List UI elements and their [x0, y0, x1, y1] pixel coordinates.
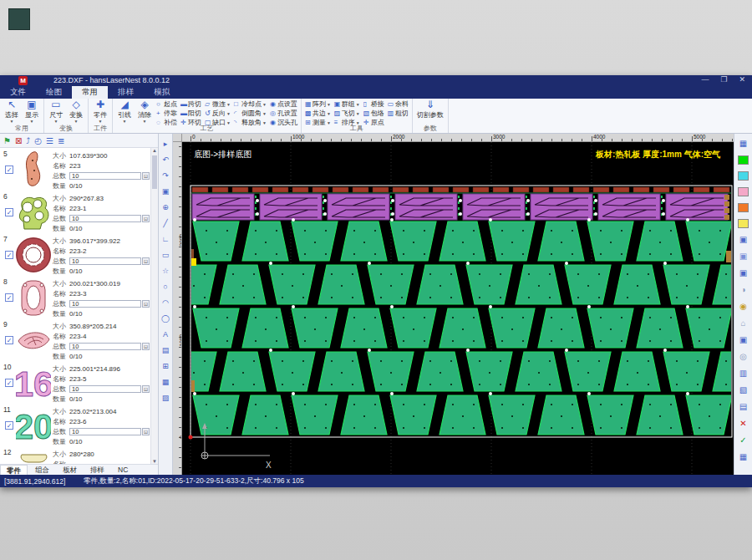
panel-icon[interactable]: ▥	[739, 365, 747, 382]
part-total-button[interactable]: ⊡	[142, 215, 150, 222]
copy-icon[interactable]: ▤	[739, 399, 747, 415]
part-total-button[interactable]: ⊡	[142, 343, 150, 350]
part-checkbox[interactable]: ✓	[5, 165, 13, 174]
part-checkbox[interactable]: ✓	[5, 208, 13, 216]
grid-icon[interactable]: ▦	[739, 449, 747, 466]
ribbon-button-倒圆角[interactable]: ◜ 倒圆角▼	[232, 109, 268, 118]
part-total-button[interactable]: ⊡	[142, 172, 150, 180]
delete-icon[interactable]: ⊠	[15, 136, 22, 145]
close-button[interactable]: ✕	[739, 75, 745, 84]
part-total-button[interactable]: ⊡	[142, 300, 150, 308]
clock-icon[interactable]: ◴	[34, 136, 42, 145]
ribbon-button-余料[interactable]: ▭ 余料	[386, 99, 410, 109]
part-item-6[interactable]: 6✓ 大小290*267.83 名称223-1 总数10⊡ 数量0/10	[0, 191, 150, 233]
check-green-icon[interactable]: ✓	[739, 432, 746, 449]
swatch-orange[interactable]	[738, 203, 749, 212]
part-total-input[interactable]: 10	[69, 215, 141, 222]
nesting-canvas[interactable]: X 底图->排样底图 板材:热轧板 厚度:1mm 气体:空气	[182, 142, 734, 475]
part-item-9[interactable]: 9✓ 大小350.89*205.214 名称223-4 总数10⊡ 数量0/10	[0, 318, 150, 361]
panel-tab-NC[interactable]: NC	[112, 465, 134, 475]
menu-tab-文件[interactable]: 文件	[0, 86, 36, 99]
swatch-green[interactable]	[738, 155, 749, 165]
swatch-pink[interactable]	[738, 187, 749, 196]
scroll-up-icon[interactable]: ▲	[152, 148, 157, 153]
swatch-cyan[interactable]	[738, 171, 749, 181]
undo-icon[interactable]: ↶	[162, 152, 169, 168]
monitor-zoom-icon[interactable]: ▣	[739, 248, 747, 265]
part-item-10[interactable]: 10✓16 大小225.001*214.896 名称223-5 总数10⊡ 数量…	[0, 361, 150, 404]
ribbon-button-反向[interactable]: ↺ 反向▼	[203, 109, 232, 118]
monitor-sheet-icon[interactable]: ▣	[739, 265, 747, 282]
line-tool-icon[interactable]: ╱	[163, 216, 167, 232]
select-tool-icon[interactable]: ▸	[164, 136, 168, 152]
menu-tab-模拟[interactable]: 模拟	[144, 86, 180, 99]
part-total-input[interactable]: 10	[69, 428, 141, 435]
part-total-input[interactable]: 10	[69, 257, 141, 265]
import-icon[interactable]: ⤴	[26, 136, 30, 145]
monitor-fit-icon[interactable]: ▣	[739, 232, 747, 248]
disc-icon[interactable]: ◎	[739, 349, 747, 365]
menu-tab-常用[interactable]: 常用	[72, 86, 108, 99]
redo-icon[interactable]: ↷	[162, 168, 169, 184]
part-item-12[interactable]: 12 大小280*280 名称 总数10⊡ 数量0/10	[0, 446, 150, 464]
part-total-input[interactable]: 10	[69, 343, 141, 350]
ribbon-button-共边[interactable]: ▩ 共边▼	[303, 109, 333, 118]
parts-list-scrollbar[interactable]: ▲ ▼	[150, 148, 158, 464]
ribbon-button-跨切[interactable]: ▬ 跨切	[179, 99, 203, 109]
swatch-yellow[interactable]	[738, 219, 749, 228]
ellipse-tool-icon[interactable]: ◯	[161, 311, 170, 327]
part-total-button[interactable]: ⊡	[142, 428, 150, 435]
ribbon-button-停靠[interactable]: + 停靠	[155, 109, 179, 118]
part-total-input[interactable]: 10	[69, 300, 141, 308]
part-checkbox[interactable]: ✓	[5, 336, 13, 344]
restore-button[interactable]: ❐	[720, 75, 727, 84]
home-icon[interactable]: ⌂	[740, 315, 745, 332]
preview-icon[interactable]: ▣	[162, 184, 170, 200]
ribbon-button-微连[interactable]: ▱ 微连▼	[203, 99, 232, 109]
zoom-tool-icon[interactable]: ⊕	[162, 200, 169, 216]
ribbon-button-粗切[interactable]: ▥ 粗切	[386, 109, 410, 118]
list-view-icon[interactable]: ☰	[46, 136, 53, 145]
text-tool-icon[interactable]: A	[163, 327, 168, 343]
scroll-thumb[interactable]	[152, 155, 157, 189]
block-tool-icon[interactable]: ▤	[162, 343, 170, 359]
target-icon[interactable]: ◉	[739, 298, 747, 315]
pattern-tool-icon[interactable]: ▦	[162, 374, 170, 390]
part-item-7[interactable]: 7✓ 大小396.017*399.922 名称223-2 总数10⊡ 数量0/1…	[0, 233, 150, 276]
ribbon-button-飞切[interactable]: ▨ 飞切▼	[333, 109, 362, 118]
panel-tab-组合[interactable]: 组合	[29, 465, 55, 475]
ribbon-button-起点[interactable]: ○ 起点	[155, 99, 179, 109]
dimension-tool-icon[interactable]: ⊞	[162, 359, 169, 374]
layers-icon[interactable]: ▧	[739, 382, 747, 399]
minimize-button[interactable]: —	[701, 75, 709, 84]
parts-list[interactable]: 5✓ 大小107.639*300 名称223 总数10⊡ 数量0/10 6✓ 大…	[0, 148, 150, 464]
detail-view-icon[interactable]: ≣	[58, 136, 64, 145]
panel-tab-排样[interactable]: 排样	[84, 465, 110, 475]
ribbon-button-阵列[interactable]: ▦ 阵列▼	[303, 99, 333, 109]
arc-tool-icon[interactable]: ◠	[162, 295, 169, 311]
ribbon-button-孔设置[interactable]: ◎ 孔设置	[268, 109, 299, 118]
part-item-5[interactable]: 5✓ 大小107.639*300 名称223 总数10⊡ 数量0/10	[0, 148, 150, 191]
part-item-11[interactable]: 11✓20 大小225.02*213.004 名称223-6 总数10⊡ 数量0…	[0, 404, 150, 446]
menu-tab-排样[interactable]: 排样	[108, 86, 144, 99]
part-total-button[interactable]: ⊡	[142, 385, 150, 393]
ribbon-button-群组[interactable]: ▣ 群组▼	[333, 99, 362, 109]
rotate-view-icon[interactable]: ◑	[740, 282, 745, 298]
menu-tab-绘图[interactable]: 绘图	[36, 86, 72, 99]
part-checkbox[interactable]: ✓	[5, 251, 13, 259]
part-checkbox[interactable]: ✓	[5, 293, 13, 302]
part-total-input[interactable]: 10	[69, 385, 141, 393]
ribbon-button-桥接[interactable]: ▯ 桥接	[362, 99, 386, 109]
circle-tool-icon[interactable]: ○	[163, 279, 167, 295]
image-tool-icon[interactable]: ▨	[162, 390, 170, 406]
part-total-input[interactable]: 10	[69, 172, 141, 180]
ribbon-button-包络[interactable]: ▧ 包络	[362, 109, 386, 118]
part-item-8[interactable]: 8✓ 大小200.021*300.019 名称223-3 总数10⊡ 数量0/1…	[0, 276, 150, 318]
panel-tab-板材[interactable]: 板材	[57, 465, 83, 475]
part-checkbox[interactable]: ✓	[5, 421, 13, 430]
part-checkbox[interactable]: ✓	[5, 379, 13, 387]
ribbon-button-点设置[interactable]: ◉ 点设置	[268, 99, 299, 109]
part-total-button[interactable]: ⊡	[142, 257, 150, 265]
panel-tab-零件[interactable]: 零件	[0, 465, 28, 475]
flag-icon[interactable]: ⚑	[3, 136, 11, 145]
